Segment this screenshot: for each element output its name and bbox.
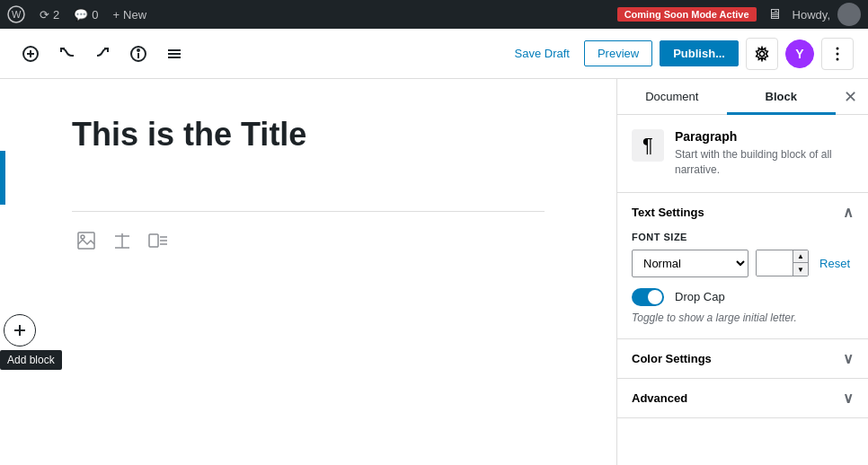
info-icon xyxy=(129,45,147,63)
paragraph-icon: ¶ xyxy=(642,134,653,157)
add-block-toolbar-button[interactable] xyxy=(14,38,47,70)
reset-font-size-button[interactable]: Reset xyxy=(816,253,854,274)
right-sidebar: Document Block ✕ ¶ Paragraph Start with … xyxy=(616,79,868,465)
svg-point-11 xyxy=(759,51,764,56)
editor-area: This is the Title xyxy=(0,79,616,465)
settings-button[interactable] xyxy=(746,38,778,70)
number-spinners: ▲ ▼ xyxy=(793,250,808,276)
more-options-button[interactable] xyxy=(821,38,854,70)
new-icon: + xyxy=(112,8,120,22)
undo-icon xyxy=(58,45,75,63)
svg-rect-20 xyxy=(149,234,158,247)
updates-count: 2 xyxy=(53,8,59,22)
wp-logo-icon: W xyxy=(7,5,25,23)
drop-cap-description: Toggle to show a large initial letter. xyxy=(632,311,854,324)
add-block-container: Add block xyxy=(0,314,62,370)
text-settings-label: Text Settings xyxy=(632,206,704,219)
admin-bar-comments[interactable]: 💬 0 xyxy=(74,8,98,22)
admin-bar-updates[interactable]: ⟳ 2 xyxy=(40,8,59,22)
svg-rect-10 xyxy=(168,57,181,58)
add-block-tooltip: Add block xyxy=(0,350,62,370)
text-icon xyxy=(111,230,133,251)
drop-cap-row: Drop Cap xyxy=(632,288,854,306)
svg-rect-9 xyxy=(168,53,181,55)
comments-count: 0 xyxy=(92,8,98,22)
wp-logo-item[interactable]: W xyxy=(7,5,25,23)
blue-accent-bar xyxy=(0,151,5,205)
add-block-plus-icon xyxy=(13,323,27,338)
admin-bar-left: W ⟳ 2 💬 0 + New xyxy=(7,5,603,23)
color-settings-header[interactable]: Color Settings ∨ xyxy=(617,339,868,378)
redo-icon xyxy=(93,45,111,63)
avatar[interactable] xyxy=(837,3,861,26)
font-size-value-input[interactable] xyxy=(757,250,793,276)
media-text-block-button[interactable] xyxy=(144,226,173,255)
info-button[interactable] xyxy=(122,38,155,70)
tab-document[interactable]: Document xyxy=(617,79,727,114)
sidebar-tabs: Document Block ✕ xyxy=(617,79,868,115)
add-block-button[interactable] xyxy=(4,314,36,347)
advanced-chevron-icon: ∨ xyxy=(843,390,854,407)
block-name: Paragraph xyxy=(675,129,854,144)
svg-point-16 xyxy=(81,235,84,239)
list-view-button[interactable] xyxy=(158,38,190,70)
color-settings-chevron-icon: ∨ xyxy=(843,350,854,367)
more-vertical-icon xyxy=(836,46,839,62)
undo-button[interactable] xyxy=(50,38,83,70)
save-draft-button[interactable]: Save Draft xyxy=(508,41,577,66)
font-size-number-input: ▲ ▼ xyxy=(756,250,809,276)
text-settings-header[interactable]: Text Settings ∧ xyxy=(617,193,868,232)
font-size-label: Font Size xyxy=(632,232,854,242)
tab-block[interactable]: Block xyxy=(727,79,837,114)
editor-content: This is the Title xyxy=(0,79,616,211)
font-size-select[interactable]: Small Normal Medium Large Huge xyxy=(632,250,748,277)
text-settings-body: Font Size Small Normal Medium Large Huge… xyxy=(617,232,868,338)
new-label: New xyxy=(123,8,146,22)
admin-bar-new[interactable]: + New xyxy=(112,8,146,22)
svg-rect-15 xyxy=(78,232,94,249)
post-title[interactable]: This is the Title xyxy=(72,115,545,154)
block-controls-row xyxy=(0,212,616,269)
paragraph-block-icon: ¶ xyxy=(632,129,664,162)
close-sidebar-button[interactable]: ✕ xyxy=(836,83,864,111)
advanced-header[interactable]: Advanced ∨ xyxy=(617,379,868,417)
svg-point-13 xyxy=(837,52,839,55)
svg-rect-8 xyxy=(168,49,181,51)
spinner-up-button[interactable]: ▲ xyxy=(793,250,808,263)
list-icon xyxy=(165,45,183,63)
color-settings-label: Color Settings xyxy=(632,352,712,365)
block-info: ¶ Paragraph Start with the building bloc… xyxy=(617,115,868,193)
toolbar-right: Save Draft Preview Publish... Y xyxy=(508,38,854,70)
redo-button[interactable] xyxy=(86,38,119,70)
toolbar-left xyxy=(14,38,504,70)
comments-icon: 💬 xyxy=(74,8,88,22)
svg-point-7 xyxy=(137,49,139,51)
toggle-knob xyxy=(648,290,662,304)
text-settings-chevron-icon: ∧ xyxy=(843,204,854,221)
text-block-button[interactable] xyxy=(108,226,137,255)
spinner-down-button[interactable]: ▼ xyxy=(793,263,808,276)
editor-main: This is the Title xyxy=(0,79,868,465)
publish-button[interactable]: Publish... xyxy=(660,40,739,66)
drop-cap-label: Drop Cap xyxy=(675,290,725,303)
color-settings-section: Color Settings ∨ xyxy=(617,339,868,379)
image-icon xyxy=(75,230,97,251)
plus-icon xyxy=(22,45,40,63)
howdy-text: Howdy, xyxy=(793,8,830,22)
text-settings-section: Text Settings ∧ Font Size Small Normal M… xyxy=(617,193,868,339)
editor-toolbar: Save Draft Preview Publish... Y xyxy=(0,29,868,79)
svg-point-14 xyxy=(837,57,839,60)
admin-bar-monitor-icon[interactable]: 🖥 xyxy=(764,3,785,26)
block-info-text: Paragraph Start with the building block … xyxy=(675,129,854,178)
font-size-row: Small Normal Medium Large Huge ▲ ▼ Reset xyxy=(632,250,854,277)
yoast-button[interactable]: Y xyxy=(785,39,814,68)
coming-soon-badge[interactable]: Coming Soon Mode Active xyxy=(617,7,757,22)
admin-bar-right: Coming Soon Mode Active 🖥 Howdy, xyxy=(617,3,861,26)
svg-point-12 xyxy=(837,47,839,49)
preview-button[interactable]: Preview xyxy=(584,40,652,66)
advanced-section: Advanced ∨ xyxy=(617,379,868,418)
drop-cap-toggle[interactable] xyxy=(632,288,664,306)
image-block-button[interactable] xyxy=(72,226,101,255)
media-text-icon xyxy=(147,230,169,251)
gear-icon xyxy=(754,46,770,62)
